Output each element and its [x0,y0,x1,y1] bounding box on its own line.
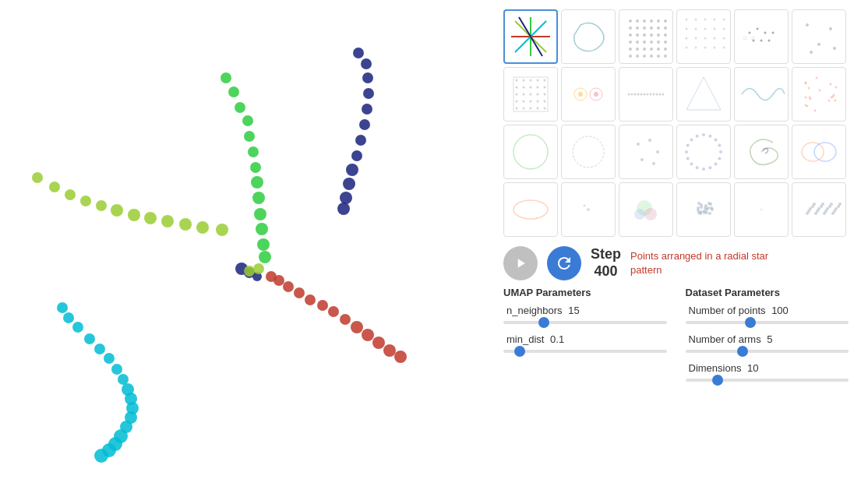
min-dist-label: min_dist 0.1 [503,333,667,345]
svg-point-141 [806,23,809,26]
thumbnail-line[interactable] [619,67,673,122]
svg-point-82 [664,19,667,23]
svg-point-34 [179,218,192,231]
thumbnail-circle2[interactable] [676,125,731,179]
thumbnail-dots2[interactable] [619,125,673,179]
dimensions-param: Dimensions 10 [686,362,849,382]
thumbnail-blank[interactable] [734,182,789,237]
svg-point-181 [644,93,646,96]
num-points-thumb[interactable] [745,317,756,328]
svg-point-218 [702,167,705,171]
thumbnail-map[interactable] [561,9,616,64]
thumbnail-circle[interactable] [503,125,558,179]
umap-params-col: UMAP Parameters n_neighbors 15 min_dist … [503,287,667,495]
svg-point-153 [523,86,525,89]
svg-point-204 [808,87,810,90]
svg-point-14 [361,58,372,69]
thumbnail-scatter[interactable] [792,67,846,122]
svg-point-223 [686,144,690,147]
num-arms-label: Number of arms 5 [686,333,849,345]
thumbnail-triangle[interactable] [676,67,731,122]
svg-point-53 [383,344,396,357]
thumbnails-grid: ·· [503,9,849,237]
thumbnail-links[interactable] [792,125,846,179]
thumbnail-star[interactable] [503,9,558,64]
svg-point-126 [714,37,716,40]
dataset-params-title: Dataset Parameters [686,287,849,298]
svg-point-69 [94,449,108,463]
thumbnail-square[interactable] [503,67,558,122]
thumbnail-grid2[interactable] [676,9,731,64]
svg-point-70 [57,302,68,313]
svg-point-32 [144,212,157,224]
svg-point-108 [636,55,639,58]
thumbnail-letters[interactable]: ·· [734,9,789,64]
svg-point-175 [594,92,598,97]
thumbnail-grid1[interactable] [619,9,673,64]
min-dist-param: min_dist 0.1 [503,333,667,353]
svg-marker-279 [518,259,525,268]
svg-point-139 [768,40,771,42]
svg-point-56 [84,333,95,344]
dimensions-thumb[interactable] [712,375,723,386]
umap-params-title: UMAP Parameters [503,287,667,298]
svg-point-1 [228,86,239,97]
thumbnail-blob2[interactable] [619,182,673,237]
svg-point-147 [516,79,518,82]
svg-point-251 [705,208,708,211]
svg-point-7 [251,176,263,189]
svg-point-212 [640,158,644,161]
svg-point-137 [753,40,755,42]
n-neighbors-thumb[interactable] [538,317,549,328]
thumbnail-sparse2[interactable] [561,182,616,237]
svg-point-148 [523,79,525,82]
svg-point-97 [643,41,646,44]
svg-point-79 [643,19,646,23]
num-arms-thumb[interactable] [737,346,748,357]
step-label: Step 400 [591,246,621,280]
svg-point-228 [715,138,718,141]
svg-point-217 [708,166,711,169]
thumbnail-cluster[interactable] [792,182,846,237]
svg-point-271 [826,207,829,210]
svg-point-89 [629,33,632,37]
play-button[interactable] [503,246,538,280]
svg-point-162 [516,100,518,103]
thumbnail-dense[interactable] [676,182,731,237]
svg-point-121 [714,28,716,30]
svg-point-194 [814,110,817,112]
svg-point-84 [636,26,639,30]
svg-point-211 [656,150,659,153]
min-dist-thumb[interactable] [514,346,525,357]
params-row: UMAP Parameters n_neighbors 15 min_dist … [503,287,849,495]
thumbnail-ring[interactable] [561,125,616,179]
svg-point-128 [686,47,688,49]
svg-point-116 [714,19,716,21]
thumbnail-oval[interactable] [503,182,558,237]
svg-point-203 [816,77,818,79]
svg-point-135 [757,28,759,30]
refresh-button[interactable] [547,246,581,280]
thumbnail-sparse[interactable] [792,9,846,64]
svg-point-127 [723,37,725,40]
svg-point-41 [244,266,255,277]
svg-point-219 [696,166,699,169]
svg-point-3 [242,115,253,126]
thumbnail-blobs[interactable] [561,67,616,122]
svg-point-19 [355,135,366,146]
svg-point-55 [72,322,83,333]
svg-point-187 [662,93,665,96]
svg-point-26 [49,182,60,192]
step-value: 400 [594,263,617,279]
svg-point-278 [838,203,842,206]
thumbnail-spiral[interactable] [734,125,789,179]
svg-point-83 [629,26,632,30]
refresh-icon [555,254,573,273]
svg-point-224 [690,138,693,141]
svg-point-119 [695,28,697,30]
dataset-params-col: Dataset Parameters Number of points 100 … [686,287,849,495]
play-icon [513,256,528,271]
svg-point-186 [659,93,662,96]
thumbnail-wavy[interactable] [734,67,789,122]
scatter-plot [0,0,491,504]
